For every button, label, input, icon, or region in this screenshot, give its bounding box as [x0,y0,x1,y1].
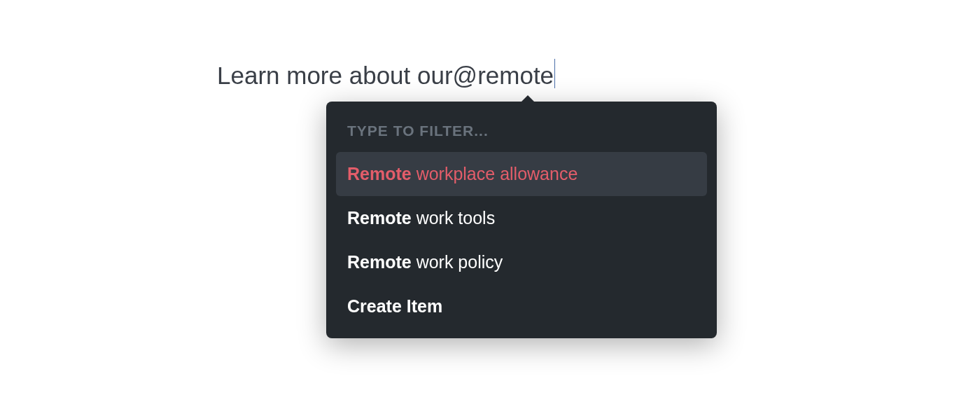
editor-line[interactable]: Learn more about our @remote [217,55,555,90]
create-item-label: Create Item [347,296,442,316]
suggestion-rest: work policy [412,252,503,272]
suggestion-item-3[interactable]: Remote work policy [336,240,707,284]
mention-suggestions-popup: TYPE TO FILTER... Remote workplace allow… [326,102,717,338]
suggestion-match: Remote [347,208,412,228]
suggestion-item-2[interactable]: Remote work tools [336,196,707,240]
mention-query: @remote [453,62,554,90]
suggestion-match: Remote [347,252,412,272]
editor-text-before: Learn more about our [217,62,453,90]
filter-hint-label: TYPE TO FILTER... [336,111,707,152]
popup-arrow-icon [521,95,535,102]
suggestion-rest: work tools [412,208,495,228]
suggestion-match: Remote [347,164,412,183]
create-item-action[interactable]: Create Item [336,284,707,328]
suggestion-item-1[interactable]: Remote workplace allowance [336,152,707,196]
text-cursor [554,59,555,88]
suggestion-rest: workplace allowance [412,164,578,183]
